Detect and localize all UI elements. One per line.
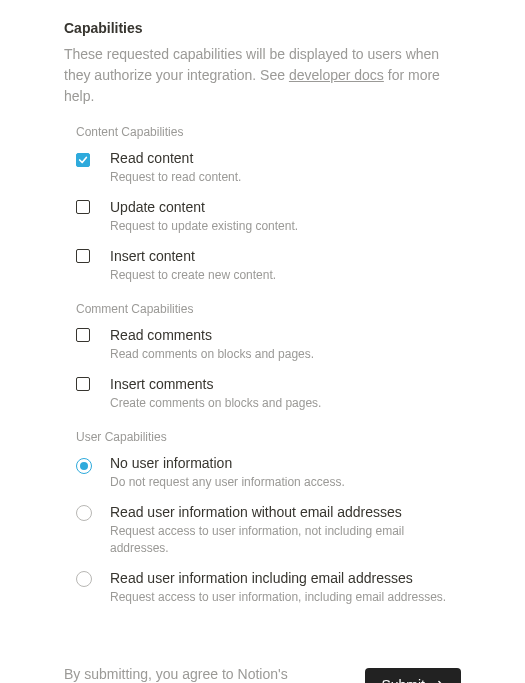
user-group-title: User Capabilities: [76, 430, 461, 444]
option-insert-comments: Insert comments Create comments on block…: [76, 375, 461, 412]
option-label: Read content: [110, 149, 461, 167]
option-label: Update content: [110, 198, 461, 216]
option-desc: Request to update existing content.: [110, 218, 461, 235]
content-capabilities-group: Content Capabilities Read content Reques…: [64, 125, 461, 284]
footer: By submitting, you agree to Notion's Dev…: [64, 664, 461, 683]
capabilities-description: These requested capabilities will be dis…: [64, 44, 461, 107]
option-desc: Do not request any user information acce…: [110, 474, 461, 491]
radio-user-no-email[interactable]: [76, 505, 92, 521]
option-desc: Request access to user information, not …: [110, 523, 461, 557]
option-user-no-email: Read user information without email addr…: [76, 503, 461, 557]
option-desc: Request access to user information, incl…: [110, 589, 461, 606]
comment-group-title: Comment Capabilities: [76, 302, 461, 316]
option-update-content: Update content Request to update existin…: [76, 198, 461, 235]
checkbox-insert-content[interactable]: [76, 249, 90, 263]
radio-dot-icon: [80, 462, 88, 470]
checkbox-read-content[interactable]: [76, 153, 90, 167]
content-group-title: Content Capabilities: [76, 125, 461, 139]
option-desc: Read comments on blocks and pages.: [110, 346, 461, 363]
capabilities-heading: Capabilities: [64, 20, 461, 36]
option-read-comments: Read comments Read comments on blocks an…: [76, 326, 461, 363]
checkbox-insert-comments[interactable]: [76, 377, 90, 391]
option-user-with-email: Read user information including email ad…: [76, 569, 461, 606]
user-capabilities-group: User Capabilities No user information Do…: [64, 430, 461, 606]
option-desc: Create comments on blocks and pages.: [110, 395, 461, 412]
terms-text: By submitting, you agree to Notion's Dev…: [64, 664, 353, 683]
option-label: Read user information without email addr…: [110, 503, 461, 521]
check-icon: [78, 155, 88, 165]
comment-capabilities-group: Comment Capabilities Read comments Read …: [64, 302, 461, 412]
option-label: Read user information including email ad…: [110, 569, 461, 587]
option-no-user-info: No user information Do not request any u…: [76, 454, 461, 491]
option-label: Read comments: [110, 326, 461, 344]
option-insert-content: Insert content Request to create new con…: [76, 247, 461, 284]
developer-docs-link[interactable]: developer docs: [289, 67, 384, 83]
option-label: Insert comments: [110, 375, 461, 393]
radio-no-user-info[interactable]: [76, 458, 92, 474]
radio-user-with-email[interactable]: [76, 571, 92, 587]
submit-button[interactable]: Submit: [365, 668, 461, 683]
option-read-content: Read content Request to read content.: [76, 149, 461, 186]
submit-label: Submit: [381, 677, 425, 683]
option-desc: Request to create new content.: [110, 267, 461, 284]
arrow-right-icon: [431, 678, 445, 683]
option-label: Insert content: [110, 247, 461, 265]
checkbox-read-comments[interactable]: [76, 328, 90, 342]
option-label: No user information: [110, 454, 461, 472]
terms-pre: By submitting, you agree to Notion's: [64, 666, 288, 682]
checkbox-update-content[interactable]: [76, 200, 90, 214]
option-desc: Request to read content.: [110, 169, 461, 186]
